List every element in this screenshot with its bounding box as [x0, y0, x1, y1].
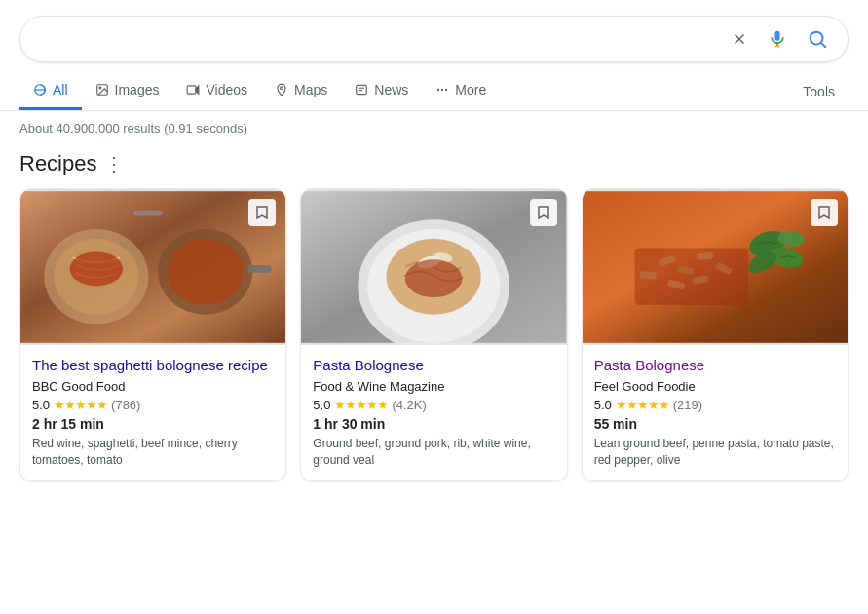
rating-score-2: 5.0 — [313, 398, 330, 412]
svg-point-34 — [405, 259, 462, 297]
results-info: About 40,900,000 results (0.91 seconds) — [0, 111, 868, 141]
stars-2: ★★★★★ — [334, 398, 388, 412]
search-box: pasta bolognese — [19, 16, 849, 62]
card-title-2[interactable]: Pasta Bolognese — [313, 355, 554, 375]
recipes-section: Recipes ⋮ — [0, 141, 868, 491]
card-title-1[interactable]: The best spaghetti bolognese recipe — [32, 355, 274, 375]
search-input[interactable]: pasta bolognese — [36, 30, 717, 48]
card-rating-3: 5.0 ★★★★★ (219) — [594, 398, 836, 412]
svg-line-6 — [821, 43, 825, 47]
recipe-thumbnail-2 — [301, 189, 566, 345]
recipe-thumbnail-1 — [20, 189, 285, 345]
recipe-card-1: The best spaghetti bolognese recipe BBC … — [19, 188, 286, 481]
tab-news[interactable]: News — [341, 72, 422, 110]
tab-more[interactable]: More — [422, 72, 500, 110]
svg-point-17 — [437, 89, 439, 91]
clear-button[interactable] — [727, 26, 752, 52]
svg-point-18 — [441, 89, 443, 91]
recipe-image-3 — [583, 189, 848, 345]
svg-point-10 — [99, 87, 101, 89]
card-time-2: 1 hr 30 min — [313, 416, 554, 432]
tab-images[interactable]: Images — [82, 72, 173, 110]
svg-point-23 — [70, 251, 123, 286]
card-body-1: The best spaghetti bolognese recipe BBC … — [20, 345, 285, 480]
recipe-cards: The best spaghetti bolognese recipe BBC … — [19, 188, 849, 481]
card-title-3[interactable]: Pasta Bolognese — [594, 355, 836, 375]
tools-button[interactable]: Tools — [789, 74, 849, 109]
card-body-3: Pasta Bolognese Feel Good Foodie 5.0 ★★★… — [583, 345, 848, 480]
search-button[interactable] — [803, 24, 832, 54]
search-icons — [727, 24, 832, 54]
voice-search-button[interactable] — [764, 25, 791, 53]
tab-maps[interactable]: Maps — [261, 72, 341, 110]
svg-rect-11 — [188, 86, 197, 94]
card-body-2: Pasta Bolognese Food & Wine Magazine 5.0… — [301, 345, 566, 480]
bookmark-button-1[interactable] — [248, 199, 276, 226]
recipe-card-3: Pasta Bolognese Feel Good Foodie 5.0 ★★★… — [582, 188, 849, 481]
search-bar-area: pasta bolognese — [0, 0, 868, 72]
recipes-header: Recipes ⋮ — [19, 151, 849, 176]
card-source-2: Food & Wine Magazine — [313, 379, 554, 394]
svg-rect-43 — [634, 249, 748, 305]
recipe-thumbnail-3 — [583, 189, 848, 345]
stars-3: ★★★★★ — [616, 398, 669, 412]
card-rating-2: 5.0 ★★★★★ (4.2K) — [313, 398, 554, 412]
svg-rect-26 — [247, 265, 271, 273]
rating-score-1: 5.0 — [32, 398, 50, 412]
tab-videos[interactable]: Videos — [172, 72, 261, 110]
stars-1: ★★★★★ — [54, 398, 107, 412]
card-time-3: 55 min — [594, 416, 836, 432]
svg-point-25 — [168, 239, 244, 305]
svg-rect-27 — [134, 211, 163, 216]
card-ingredients-3: Lean ground beef, penne pasta, tomato pa… — [594, 436, 836, 469]
recipe-card-2: Pasta Bolognese Food & Wine Magazine 5.0… — [300, 188, 567, 481]
rating-score-3: 5.0 — [594, 398, 612, 412]
rating-count-1: (786) — [111, 398, 140, 412]
svg-rect-2 — [775, 31, 780, 41]
tab-all[interactable]: All — [19, 72, 82, 110]
bookmark-button-3[interactable] — [811, 199, 838, 226]
rating-count-3: (219) — [673, 398, 702, 412]
more-options-icon[interactable]: ⋮ — [104, 152, 124, 175]
bookmark-button-2[interactable] — [530, 199, 557, 226]
rating-count-2: (4.2K) — [392, 398, 426, 412]
svg-point-13 — [281, 87, 283, 90]
recipe-image-1 — [20, 189, 285, 345]
card-ingredients-1: Red wine, spaghetti, beef mince, cherry … — [32, 436, 274, 469]
nav-tabs: All Images Videos Maps News — [0, 72, 868, 111]
recipes-title: Recipes — [19, 151, 96, 176]
svg-point-19 — [445, 89, 447, 91]
card-ingredients-2: Ground beef, ground pork, rib, white win… — [313, 436, 554, 469]
card-rating-1: 5.0 ★★★★★ (786) — [32, 398, 274, 412]
card-time-1: 2 hr 15 min — [32, 416, 274, 432]
card-source-1: BBC Good Food — [32, 379, 274, 394]
card-source-3: Feel Good Foodie — [594, 379, 836, 394]
recipe-image-2 — [301, 189, 566, 345]
